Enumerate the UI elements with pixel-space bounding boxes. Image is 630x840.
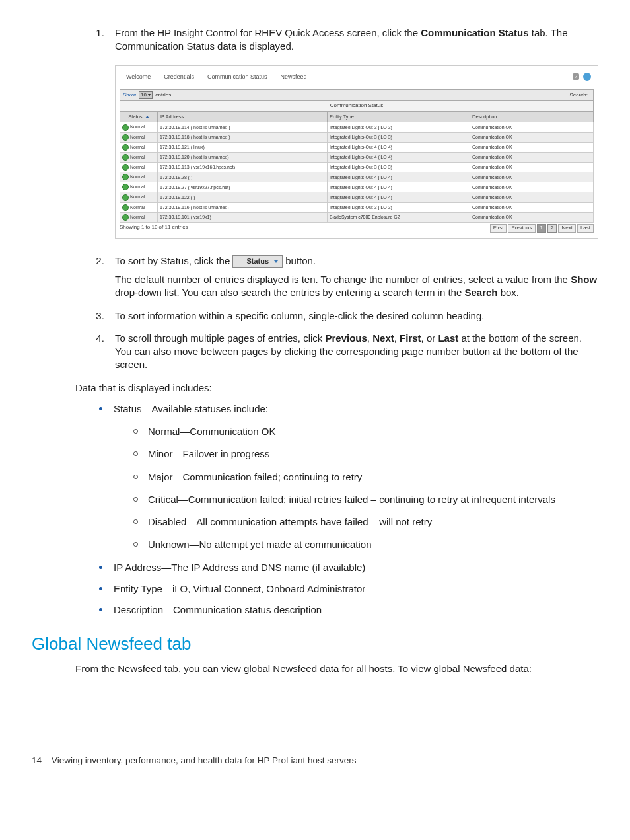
cell-entity: Integrated Lights-Out 3 (iLO 3) (328, 202, 470, 212)
cell-entity: Integrated Lights-Out 4 (iLO 4) (328, 192, 470, 202)
status-value-item: Normal—Communication OK (133, 425, 598, 438)
pager-1[interactable]: 1 (537, 224, 546, 233)
hp-logo-icon (583, 73, 591, 81)
cell-ip: 172.30.19.120 ( host is unnamed) (158, 152, 328, 162)
section-body: From the Newsfeed tab, you can view glob… (75, 662, 598, 675)
cell-status: Normal (120, 182, 158, 192)
cell-status: Normal (120, 142, 158, 152)
step2-pre: To sort by Status, click the (115, 255, 232, 266)
status-ok-icon (122, 184, 129, 190)
cell-ip: 172.30.19.101 ( vsr19x1) (158, 212, 328, 222)
entries-label: entries (155, 92, 171, 99)
data-table: Status IP Address Entity Type Descriptio… (120, 112, 594, 223)
bullet-ip: IP Address—The IP Address and DNS name (… (99, 561, 598, 574)
step-1: From the HP Insight Control for RHEV Qui… (107, 26, 598, 239)
cell-desc: Communication OK (470, 122, 594, 132)
col-ip[interactable]: IP Address (158, 112, 328, 122)
status-value-item: Minor—Failover in progress (133, 447, 598, 461)
cell-entity: Integrated Lights-Out 4 (iLO 4) (328, 182, 470, 192)
tabs-row: Welcome Credentials Communication Status… (120, 70, 594, 85)
cell-status: Normal (120, 132, 158, 142)
cell-ip: 172.30.19.121 ( linux) (158, 142, 328, 152)
showing-info: Showing 1 to 10 of 11 entries (120, 224, 188, 233)
cell-ip: 172.30.19.27 ( vsr19x27.hpcs.net) (158, 182, 328, 192)
tab-comm-status[interactable]: Communication Status (201, 71, 274, 82)
controls-row: Show 10 ▾ entries Search: (120, 89, 594, 102)
screenshot-panel: Welcome Credentials Communication Status… (115, 65, 598, 239)
cell-status: Normal (120, 192, 158, 202)
cell-desc: Communication OK (470, 142, 594, 152)
table-row: Normal172.30.19.113 ( vsr19x168.hpcs.net… (120, 162, 594, 172)
pager-last[interactable]: Last (577, 224, 594, 233)
pager-next[interactable]: Next (558, 224, 575, 233)
pager-2[interactable]: 2 (547, 224, 557, 233)
table-row: Normal172.30.19.121 ( linux)Integrated L… (120, 142, 594, 152)
status-values-list: Normal—Communication OKMinor—Failover in… (114, 425, 598, 552)
pager-first[interactable]: First (490, 224, 507, 233)
header-row: Status IP Address Entity Type Descriptio… (120, 112, 594, 122)
cell-entity: Integrated Lights-Out 3 (iLO 3) (328, 162, 470, 172)
cell-ip: 172.30.19.114 ( host is unnamed ) (158, 122, 328, 132)
pager-prev[interactable]: Previous (508, 224, 535, 233)
table-row: Normal172.30.19.118 ( host is unnamed )I… (120, 132, 594, 142)
cell-desc: Communication OK (470, 172, 594, 182)
status-ok-icon (122, 124, 129, 131)
table-row: Normal172.30.19.101 ( vsr19x1)BladeSyste… (120, 212, 594, 222)
cell-status: Normal (120, 172, 158, 182)
data-includes-intro: Data that is displayed includes: (75, 381, 598, 395)
step-2: To sort by Status, click the Status butt… (107, 254, 598, 300)
status-ok-icon (122, 134, 129, 141)
cell-desc: Communication OK (470, 132, 594, 142)
show-label: Show (123, 92, 136, 99)
cell-status: Normal (120, 212, 158, 222)
status-value-item: Critical—Communication failed; initial r… (133, 493, 598, 506)
status-sort-button[interactable]: Status (232, 255, 283, 268)
status-ok-icon (122, 214, 129, 221)
col-desc[interactable]: Description (470, 112, 594, 122)
chapter-title: Viewing inventory, performance, and heal… (52, 755, 357, 765)
cell-desc: Communication OK (470, 212, 594, 222)
page-footer: 14 Viewing inventory, performance, and h… (32, 755, 598, 765)
table-row: Normal172.30.19.122 ( )Integrated Lights… (120, 192, 594, 202)
tab-welcome[interactable]: Welcome (120, 71, 157, 82)
table-footer: Showing 1 to 10 of 11 entries First Prev… (120, 223, 594, 234)
cell-entity: Integrated Lights-Out 4 (iLO 4) (328, 152, 470, 162)
cell-ip: 172.30.19.28 ( ) (158, 172, 328, 182)
help-icon[interactable]: ? (573, 73, 579, 80)
table-row: Normal172.30.19.116 ( host is unnamed)In… (120, 202, 594, 212)
cell-entity: BladeSystem c7000 Enclosure G2 (328, 212, 470, 222)
status-value-item: Disabled—All communication attempts have… (133, 515, 598, 529)
cell-desc: Communication OK (470, 192, 594, 202)
data-fields-list: Status—Available statuses include: Norma… (32, 402, 598, 617)
cell-status: Normal (120, 152, 158, 162)
status-ok-icon (122, 144, 129, 151)
col-status[interactable]: Status (120, 112, 158, 122)
entries-select[interactable]: 10 ▾ (139, 91, 153, 100)
step1-pre: From the HP Insight Control for RHEV Qui… (115, 27, 421, 38)
page-number: 14 (32, 755, 42, 765)
cell-status: Normal (120, 162, 158, 172)
search-label: Search: (569, 92, 588, 99)
step-4: To scroll through multiple pages of entr… (107, 332, 598, 372)
status-ok-icon (122, 204, 129, 211)
tab-newsfeed[interactable]: Newsfeed (273, 71, 313, 82)
cell-ip: 172.30.19.113 ( vsr19x168.hpcs.net) (158, 162, 328, 172)
cell-ip: 172.30.19.116 ( host is unnamed) (158, 202, 328, 212)
section-heading: Global Newsfeed tab (32, 634, 598, 654)
table-row: Normal172.30.19.28 ( )Integrated Lights-… (120, 172, 594, 182)
status-ok-icon (122, 174, 129, 180)
bullet-desc: Description—Communication status descrip… (99, 603, 598, 617)
cell-desc: Communication OK (470, 162, 594, 172)
step1-bold: Communication Status (421, 27, 528, 38)
table-row: Normal172.30.19.114 ( host is unnamed )I… (120, 122, 594, 132)
col-entity[interactable]: Entity Type (328, 112, 470, 122)
pager: First Previous 1 2 Next Last (490, 224, 594, 233)
tab-credentials[interactable]: Credentials (157, 71, 201, 82)
status-ok-icon (122, 164, 129, 171)
status-value-item: Major—Communication failed; continuing t… (133, 471, 598, 484)
cell-ip: 172.30.19.118 ( host is unnamed ) (158, 132, 328, 142)
step-3: To sort information within a specific co… (107, 309, 598, 323)
cell-ip: 172.30.19.122 ( ) (158, 192, 328, 202)
cell-desc: Communication OK (470, 182, 594, 192)
cell-status: Normal (120, 202, 158, 212)
